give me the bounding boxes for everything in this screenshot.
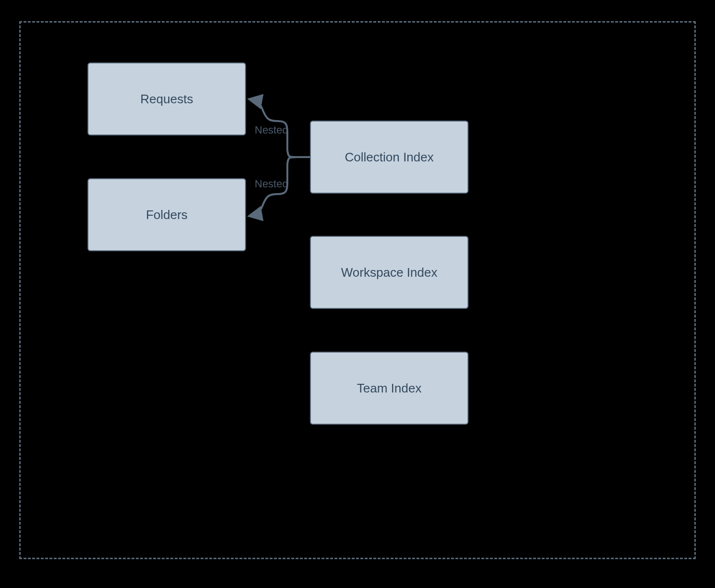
box-team-index: Team Index	[310, 352, 468, 425]
box-collection-index: Collection Index	[310, 121, 468, 194]
edge-label-nested-upper: Nested	[255, 124, 288, 136]
box-folders-label: Folders	[146, 208, 188, 222]
box-collection-index-label: Collection Index	[345, 150, 434, 165]
box-team-index-label: Team Index	[357, 381, 421, 396]
diagram-canvas: Requests Folders Collection Index Worksp…	[0, 0, 715, 588]
edge-label-nested-lower: Nested	[255, 178, 288, 190]
box-folders: Folders	[87, 178, 246, 251]
box-requests: Requests	[87, 62, 246, 135]
box-requests-label: Requests	[140, 92, 193, 107]
box-workspace-index: Workspace Index	[310, 236, 468, 309]
box-workspace-index-label: Workspace Index	[341, 265, 437, 280]
